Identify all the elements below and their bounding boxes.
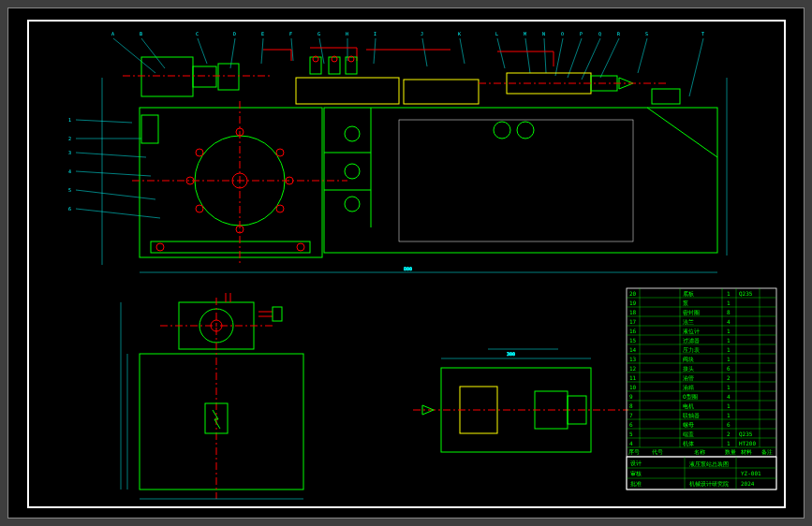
svg-text:液位计: 液位计 [683,328,700,334]
svg-text:5: 5 [68,187,71,193]
svg-text:接头: 接头 [683,365,694,372]
svg-text:过滤器: 过滤器 [683,337,700,343]
drawing-title: 液压泵站总装图 [689,460,729,467]
svg-text:H: H [346,31,348,37]
svg-line-4 [261,38,263,64]
svg-line-41 [76,153,146,157]
svg-rect-77 [329,57,340,74]
svg-text:3: 3 [68,150,71,155]
svg-text:C: C [196,31,199,37]
svg-point-60 [276,149,284,156]
svg-text:S: S [645,31,648,37]
svg-point-93 [494,122,510,139]
svg-text:1: 1 [68,117,71,123]
svg-text:密封圈: 密封圈 [683,309,700,315]
svg-line-44 [76,209,160,218]
svg-text:Q235: Q235 [739,290,753,297]
svg-text:油箱: 油箱 [683,384,694,390]
svg-text:序号: 序号 [628,448,640,455]
svg-rect-100 [140,354,303,489]
svg-text:T: T [701,31,704,37]
svg-line-39 [76,120,132,123]
svg-rect-51 [140,108,322,257]
svg-text:6: 6 [727,421,731,428]
svg-text:审核: 审核 [630,470,642,476]
svg-text:端盖: 端盖 [683,431,694,437]
svg-line-18 [638,38,647,73]
svg-text:G: G [317,31,320,37]
svg-text:代号: 代号 [651,448,663,455]
svg-text:名称: 名称 [694,448,705,455]
svg-text:1: 1 [727,412,731,418]
svg-text:4: 4 [629,440,633,446]
svg-rect-54 [193,66,216,87]
svg-text:800: 800 [404,266,412,271]
svg-rect-53 [141,57,193,96]
main-view-right [263,48,717,253]
svg-text:底板: 底板 [683,290,694,297]
parts-list: 20底板1Q235 19泵1 18密封圈8 17法兰4 16液位计1 15过滤器… [627,288,776,489]
svg-text:联轴器: 联轴器 [683,412,700,418]
svg-text:N: N [542,31,545,37]
svg-text:5: 5 [629,431,633,437]
svg-text:6: 6 [629,421,633,428]
svg-line-12 [525,38,530,73]
svg-text:4: 4 [727,318,731,325]
svg-text:1: 1 [727,402,731,409]
svg-text:压力表: 压力表 [683,346,700,353]
app-window: A B C D E F G H I J K L M N O P Q R S T … [7,7,805,519]
svg-point-89 [345,197,360,212]
svg-text:17: 17 [629,318,637,325]
svg-text:K: K [458,31,461,37]
svg-line-10 [460,38,465,64]
svg-text:O: O [561,31,564,37]
svg-point-62 [276,205,284,212]
svg-text:F: F [289,31,292,37]
svg-line-11 [497,38,505,68]
svg-text:8: 8 [727,309,731,315]
svg-rect-55 [218,64,239,90]
drawing-frame: A B C D E F G H I J K L M N O P Q R S T … [27,20,786,508]
svg-line-8 [374,38,376,64]
svg-point-61 [196,205,203,212]
svg-point-69 [297,243,304,251]
svg-point-87 [345,126,360,141]
svg-text:1: 1 [727,356,731,362]
svg-text:2: 2 [727,431,731,437]
cad-canvas[interactable]: A B C D E F G H I J K L M N O P Q R S T … [29,22,788,510]
svg-text:7: 7 [629,412,633,418]
svg-text:阀块: 阀块 [683,356,694,362]
svg-text:数量: 数量 [725,448,736,455]
svg-text:R: R [617,31,621,37]
svg-text:1: 1 [727,300,731,306]
svg-text:1: 1 [727,346,731,353]
main-view-left [123,57,347,265]
svg-rect-124 [627,288,776,489]
svg-text:1: 1 [727,290,731,297]
svg-text:机械设计研究院: 机械设计研究院 [689,480,729,487]
svg-text:19: 19 [629,300,637,306]
svg-point-59 [196,149,203,156]
svg-text:2: 2 [727,374,731,381]
side-view [140,293,303,499]
section-view [413,368,628,452]
svg-text:Q: Q [598,31,601,37]
svg-line-13 [544,38,546,73]
svg-text:1: 1 [727,337,731,343]
svg-rect-76 [310,57,321,74]
svg-text:批准: 批准 [630,480,642,487]
svg-line-1 [141,38,165,68]
svg-text:20: 20 [629,290,637,297]
svg-text:1: 1 [727,328,731,334]
svg-text:14: 14 [629,346,637,353]
svg-text:材料: 材料 [740,448,752,455]
label: A [111,31,114,37]
svg-point-68 [156,243,164,251]
svg-text:I: I [374,31,376,37]
svg-rect-52 [151,241,310,253]
svg-text:8: 8 [629,402,633,409]
svg-rect-110 [273,307,282,321]
svg-rect-74 [296,78,399,104]
svg-text:螺母: 螺母 [683,421,694,428]
svg-text:11: 11 [629,374,637,381]
